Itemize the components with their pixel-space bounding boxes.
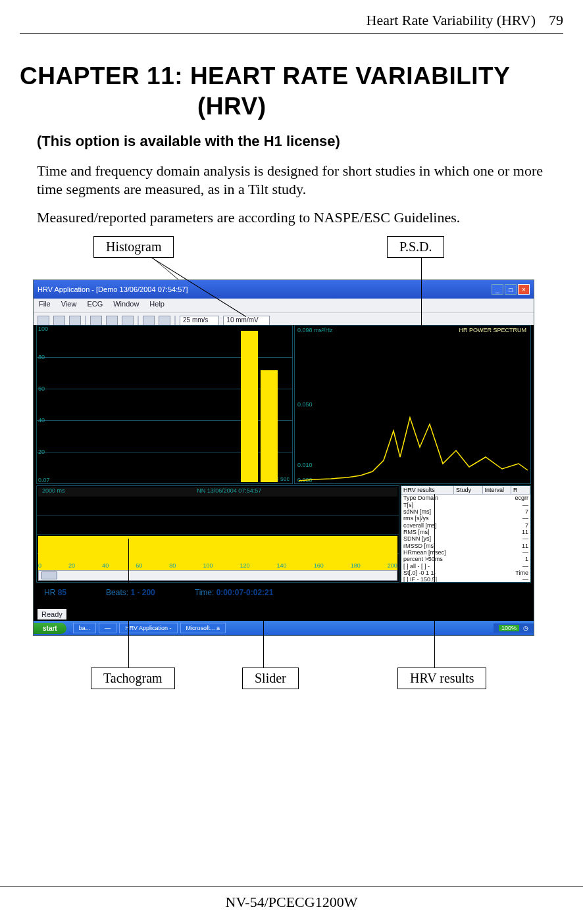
histogram-bar [261,370,278,482]
tachogram-pane[interactable]: 2000 ms NN 13/06/2004 07:54:57 0 20 40 6… [36,485,399,583]
table-row: coverall [ms]7 [403,522,528,529]
running-title: Heart Rate Variability (HRV) [367,12,536,29]
info-bar: HR 85 Beats: 1 - 200 Time: 0:00:07-0:02:… [36,584,414,625]
window-title: HRV Application - [Demo 13/06/2004 07:54… [38,285,188,293]
table-header-row: HRV results Study Interval R [401,486,530,495]
table-row: [ ] all - [ ] -— [403,563,528,570]
taskbar-item[interactable]: Microsoft... a [180,623,226,633]
system-tray[interactable]: 100%◷ [494,623,534,633]
y-tick: 20 [38,449,45,455]
tacho-title: NN 13/06/2004 07:54:57 [197,487,261,497]
menu-item[interactable]: Window [113,300,139,311]
status-ready: Ready [38,609,66,620]
table-header: HRV results [401,486,454,494]
tacho-x-ticks: 0 20 40 60 80 100 120 140 160 180 200 [38,562,397,570]
leader-line [434,494,435,670]
y-tick: 60 [38,385,45,392]
taskbar[interactable]: start ba... — HRV Application - Microsof… [34,621,534,635]
paragraph-1: Time and frequency domain analysis is de… [37,162,563,199]
table-row: percent >50ms1 [403,556,528,562]
callout-hrvresults: HRV results [397,668,486,689]
figure-wrapper: Histogram P.S.D. HRV Application - [Demo… [33,236,550,710]
paragraph-2: Measured/reported parameters are accordi… [37,208,563,228]
chapter-title: CHAPTER 11: HEART RATE VARIABILITY (HRV) [20,61,563,122]
hr-label: HR [44,588,55,597]
menu-item[interactable]: ECG [87,300,103,311]
psd-pane[interactable]: 0.098 ms²/Hz HR POWER SPECTRUM 0.050 0.0… [294,325,531,484]
time-label: Time: [195,588,215,597]
start-button[interactable]: start [34,623,66,634]
beats-label: Beats: [106,588,128,597]
leader-line [263,602,264,670]
hr-value: 85 [58,588,66,597]
callout-histogram: Histogram [93,236,174,258]
y-tick: 40 [38,417,45,424]
table-row: RMS [ms]11 [403,529,528,535]
menu-item[interactable]: View [61,300,77,311]
table-header: Study [454,486,483,494]
page-number: 79 [549,12,563,29]
table-row: rMSSD [ms]11 [403,543,528,549]
maximize-button[interactable]: □ [505,284,517,295]
table-header: Interval [483,486,512,494]
psd-curve [295,326,530,483]
table-row: [ ] IF - 150.5]— [403,576,528,583]
app-screenshot: HRV Application - [Demo 13/06/2004 07:54… [33,280,534,636]
table-header: R [511,486,530,494]
table-row: HRmean [msec]— [403,549,528,556]
time-value: 0:00:07-0:02:21 [216,588,274,597]
leader-line [421,257,422,389]
tacho-ymax: 2000 ms [42,487,65,497]
callout-tachogram: Tachogram [91,668,175,689]
menu-item[interactable]: File [39,300,51,311]
subtitle: (This option is available with the H1 li… [37,133,563,150]
menu-item[interactable]: Help [149,300,165,311]
window-titlebar[interactable]: HRV Application - [Demo 13/06/2004 07:54… [34,280,534,299]
y-tick: 100 [38,326,48,332]
table-row: T[s]— [403,502,528,508]
histogram-pane[interactable]: 100 80 60 40 20 0.07 0.73 sec [36,325,293,484]
taskbar-item[interactable]: — [99,623,116,633]
leader-line [128,539,129,670]
table-row: Type Domainecgrr [403,495,528,501]
beats-value: 1 - 200 [130,588,155,597]
callout-slider: Slider [242,668,299,689]
minimize-button[interactable]: _ [492,284,503,295]
y-tick: 80 [38,354,45,360]
table-row: St[.0] -0 1 1-Time [403,570,528,576]
slider-thumb[interactable] [41,571,57,579]
page-footer: NV-54/PCECG1200W [0,887,583,911]
histogram-bar [241,331,258,482]
table-row: rms [s]/ys— [403,515,528,522]
slider-track[interactable] [38,570,397,581]
table-body: Type DomainecgrrT[s]—sdNN [ms]7rms [s]/y… [401,495,530,583]
chapter-title-line1: CHAPTER 11: HEART RATE VARIABILITY [20,62,510,89]
running-header: Heart Rate Variability (HRV) 79 [20,12,563,34]
tray-percent: 100% [499,625,519,631]
menubar[interactable]: File View ECG Window Help [34,299,534,312]
y-tick: 0.07 [38,477,50,483]
workarea: 100 80 60 40 20 0.07 0.73 sec 0.098 ms²/… [34,325,534,621]
hrv-results-pane[interactable]: HRV results Study Interval R Type Domain… [401,485,531,583]
chapter-title-line2: (HRV) [197,93,266,120]
taskbar-item[interactable]: ba... [73,623,97,633]
table-row: sdNN [ms]7 [403,508,528,515]
table-row: SDNN [ys]— [403,535,528,542]
callout-psd: P.S.D. [387,236,444,258]
footer-doc-id: NV-54/PCECG1200W [226,894,358,910]
close-button[interactable]: × [518,284,530,295]
